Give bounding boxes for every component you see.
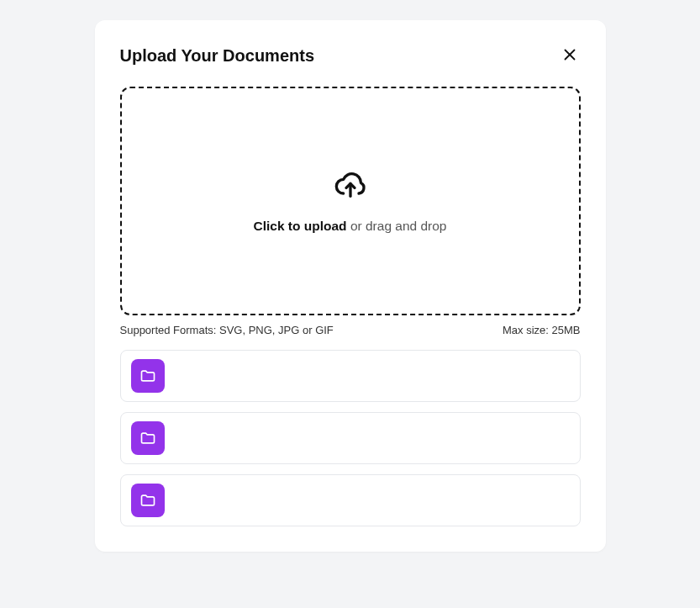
close-icon [561,45,579,66]
supported-formats-text: Supported Formats: SVG, PNG, JPG or GIF [120,324,334,336]
folder-icon [131,359,165,393]
file-list [120,350,581,526]
upload-meta: Supported Formats: SVG, PNG, JPG or GIF … [120,324,581,336]
dialog-title: Upload Your Documents [120,46,315,66]
close-button[interactable] [559,44,581,68]
max-size-text: Max size: 25MB [503,324,580,336]
file-item[interactable] [120,412,581,464]
upload-dropzone[interactable]: Click to upload or drag and drop [120,87,581,315]
dialog-header: Upload Your Documents [120,44,581,68]
upload-dialog: Upload Your Documents Click to upload or… [95,20,606,552]
folder-icon [131,484,165,517]
dropzone-drag-text: or drag and drop [347,219,447,233]
cloud-upload-icon [334,168,367,205]
file-item[interactable] [120,474,581,526]
file-item[interactable] [120,350,581,402]
folder-icon [131,421,165,455]
dropzone-instruction: Click to upload or drag and drop [253,219,446,234]
dropzone-click-text: Click to upload [253,219,346,233]
